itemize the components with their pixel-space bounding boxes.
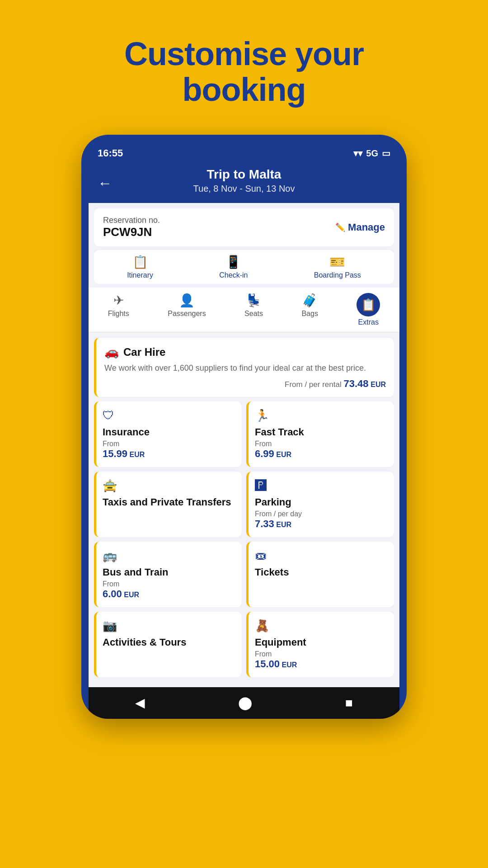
nav-flights-label: Flights bbox=[108, 310, 129, 318]
activities-icon: 📷 bbox=[103, 619, 235, 633]
phone-bottom-nav: ◀ ⬤ ■ bbox=[89, 687, 399, 719]
fast-track-price: 6.99 bbox=[255, 448, 274, 459]
bus-train-from: From bbox=[103, 580, 235, 588]
parking-title: Parking bbox=[255, 496, 388, 508]
equipment-currency: EUR bbox=[282, 661, 297, 669]
wifi-icon: ▾▾ bbox=[353, 148, 362, 159]
car-hire-icon: 🚗 bbox=[104, 345, 119, 359]
tab-boarding-label: Boarding Pass bbox=[314, 271, 361, 279]
manage-button[interactable]: Manage bbox=[335, 222, 385, 233]
equipment-price: 15.00 bbox=[255, 658, 280, 670]
bottom-nav-bar: ✈ Flights 👤 Passengers 💺 Seats 🧳 Bags 📋 … bbox=[89, 288, 399, 332]
extras-icon: 📋 bbox=[361, 298, 375, 312]
extras-cards: 🚗 Car Hire We work with over 1,600 suppl… bbox=[89, 332, 399, 687]
tickets-card[interactable]: 🎟 Tickets bbox=[246, 542, 394, 607]
status-time: 16:55 bbox=[98, 147, 123, 159]
status-icons: ▾▾ 5G ▭ bbox=[353, 148, 390, 159]
insurance-from: From bbox=[103, 440, 235, 448]
title-line1: Customise your bbox=[124, 36, 364, 72]
bus-tickets-row: 🚌 Bus and Train From 6.00 EUR 🎟 Tickets bbox=[94, 542, 394, 607]
car-hire-desc: We work with over 1,600 suppliers to fin… bbox=[104, 363, 386, 374]
car-hire-currency: EUR bbox=[371, 381, 386, 388]
insurance-fasttrack-row: 🛡 Insurance From 15.99 EUR 🏃 Fast Track … bbox=[94, 401, 394, 467]
nav-passengers-label: Passengers bbox=[168, 310, 206, 318]
bus-train-currency: EUR bbox=[124, 591, 139, 599]
tickets-title: Tickets bbox=[255, 566, 388, 578]
bags-icon: 🧳 bbox=[302, 293, 318, 308]
equipment-icon: 🧸 bbox=[255, 619, 388, 633]
home-hardware-button[interactable]: ⬤ bbox=[238, 695, 252, 710]
tickets-icon: 🎟 bbox=[255, 549, 388, 563]
nav-bags-label: Bags bbox=[301, 310, 318, 318]
fast-track-currency: EUR bbox=[276, 451, 291, 458]
trip-dates: Tue, 8 Nov - Sun, 13 Nov bbox=[98, 184, 390, 194]
checkin-icon: 📱 bbox=[225, 255, 241, 269]
phone-mockup: 16:55 ▾▾ 5G ▭ ← Trip to Malta Tue, 8 Nov… bbox=[81, 135, 407, 718]
equipment-card[interactable]: 🧸 Equipment From 15.00 EUR bbox=[246, 612, 394, 677]
bus-train-title: Bus and Train bbox=[103, 566, 235, 578]
back-hardware-button[interactable]: ◀ bbox=[135, 695, 145, 710]
reservation-number: PCW9JN bbox=[103, 225, 160, 239]
equipment-from: From bbox=[255, 650, 388, 658]
car-hire-card[interactable]: 🚗 Car Hire We work with over 1,600 suppl… bbox=[94, 338, 394, 396]
nav-extras-label: Extras bbox=[358, 318, 379, 326]
reservation-label: Reservation no. bbox=[103, 216, 160, 225]
parking-from: From / per day bbox=[255, 510, 388, 518]
car-hire-title: Car Hire bbox=[123, 346, 165, 359]
parking-icon: 🅿 bbox=[255, 479, 388, 493]
insurance-title: Insurance bbox=[103, 426, 235, 438]
insurance-price: 15.99 bbox=[103, 448, 127, 459]
tab-checkin-label: Check-in bbox=[219, 271, 248, 279]
taxis-icon: 🚖 bbox=[103, 479, 235, 493]
taxis-parking-row: 🚖 Taxis and Private Transfers 🅿 Parking … bbox=[94, 472, 394, 537]
parking-currency: EUR bbox=[276, 521, 291, 528]
trip-title: Trip to Malta bbox=[98, 167, 390, 182]
taxis-title: Taxis and Private Transfers bbox=[103, 496, 235, 508]
nav-flights[interactable]: ✈ Flights bbox=[108, 293, 129, 326]
fast-track-title: Fast Track bbox=[255, 426, 388, 438]
page-title-block: Customise your booking bbox=[124, 0, 364, 108]
passengers-icon: 👤 bbox=[179, 293, 195, 308]
recents-hardware-button[interactable]: ■ bbox=[345, 696, 353, 710]
equipment-title: Equipment bbox=[255, 637, 388, 648]
signal-5g: 5G bbox=[366, 148, 378, 159]
status-bar: 16:55 ▾▾ 5G ▭ bbox=[89, 144, 399, 163]
insurance-icon: 🛡 bbox=[103, 409, 235, 423]
fast-track-card[interactable]: 🏃 Fast Track From 6.99 EUR bbox=[246, 401, 394, 467]
bus-train-icon: 🚌 bbox=[103, 549, 235, 563]
taxis-card[interactable]: 🚖 Taxis and Private Transfers bbox=[94, 472, 242, 537]
tab-itinerary[interactable]: 📋 Itinerary bbox=[127, 255, 153, 279]
parking-price: 7.33 bbox=[255, 518, 274, 529]
nav-extras[interactable]: 📋 Extras bbox=[357, 293, 380, 326]
car-hire-prefix: From / per rental bbox=[285, 380, 342, 389]
bus-train-price: 6.00 bbox=[103, 588, 122, 599]
tab-bar: 📋 Itinerary 📱 Check-in 🎫 Boarding Pass bbox=[94, 250, 394, 284]
car-hire-price: 73.48 bbox=[343, 378, 368, 389]
activities-equipment-row: 📷 Activities & Tours 🧸 Equipment From 15… bbox=[94, 612, 394, 677]
app-header: ← Trip to Malta Tue, 8 Nov - Sun, 13 Nov bbox=[89, 163, 399, 203]
fast-track-icon: 🏃 bbox=[255, 409, 388, 423]
fast-track-from: From bbox=[255, 440, 388, 448]
title-line2: booking bbox=[183, 71, 306, 108]
nav-seats[interactable]: 💺 Seats bbox=[244, 293, 263, 326]
nav-seats-label: Seats bbox=[244, 310, 263, 318]
flights-icon: ✈ bbox=[113, 293, 124, 308]
bus-train-card[interactable]: 🚌 Bus and Train From 6.00 EUR bbox=[94, 542, 242, 607]
nav-passengers[interactable]: 👤 Passengers bbox=[168, 293, 206, 326]
activities-card[interactable]: 📷 Activities & Tours bbox=[94, 612, 242, 677]
seats-icon: 💺 bbox=[246, 293, 262, 308]
tab-itinerary-label: Itinerary bbox=[127, 271, 153, 279]
reservation-card: Reservation no. PCW9JN Manage bbox=[94, 208, 394, 246]
boarding-icon: 🎫 bbox=[329, 255, 345, 269]
itinerary-icon: 📋 bbox=[132, 255, 148, 269]
car-hire-price-row: From / per rental 73.48 EUR bbox=[104, 378, 386, 390]
insurance-currency: EUR bbox=[130, 451, 145, 458]
insurance-card[interactable]: 🛡 Insurance From 15.99 EUR bbox=[94, 401, 242, 467]
tab-boarding[interactable]: 🎫 Boarding Pass bbox=[314, 255, 361, 279]
content-area: Reservation no. PCW9JN Manage 📋 Itinerar… bbox=[89, 203, 399, 687]
nav-bags[interactable]: 🧳 Bags bbox=[301, 293, 318, 326]
parking-card[interactable]: 🅿 Parking From / per day 7.33 EUR bbox=[246, 472, 394, 537]
battery-icon: ▭ bbox=[382, 148, 390, 159]
tab-checkin[interactable]: 📱 Check-in bbox=[219, 255, 248, 279]
activities-title: Activities & Tours bbox=[103, 637, 235, 648]
